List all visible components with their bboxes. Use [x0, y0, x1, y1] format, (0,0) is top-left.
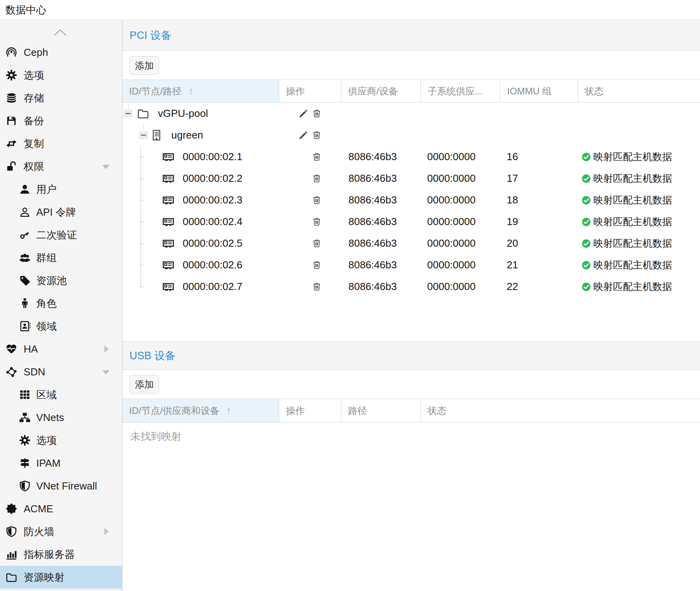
delete-trash-icon[interactable] — [312, 152, 322, 162]
usb-add-button[interactable]: 添加 — [130, 375, 159, 393]
sidebar-item-item[interactable]: 选项 — [0, 429, 122, 452]
sidebar-item-api[interactable]: API 令牌 — [0, 201, 122, 223]
sidebar-item-item[interactable]: 用户 — [0, 178, 122, 201]
tree-connector-elbow — [141, 286, 144, 287]
column-header-label: 子系统供应... — [428, 80, 483, 102]
check-circle-icon — [581, 174, 591, 183]
sidebar: Ceph选项存储备份复制权限用户API 令牌二次验证群组资源池角色领域HASDN… — [0, 20, 122, 591]
check-circle-icon — [581, 260, 591, 270]
sidebar-item-item[interactable]: 存储 — [0, 87, 122, 109]
sidebar-item-sdn[interactable]: SDN — [0, 360, 122, 383]
top-bar: 数据中心 — [0, 0, 700, 20]
delete-trash-icon[interactable] — [312, 130, 322, 140]
tree-node-label: 0000:00:02.6 — [183, 254, 243, 276]
vendor-device-cell: 8086:46b3 — [348, 189, 397, 211]
sidebar-item-ipam[interactable]: IPAM — [0, 452, 122, 475]
sidebar-item-item[interactable]: 区域 — [0, 383, 122, 406]
table-row-0000-00-02-7[interactable]: 0000:00:02.78086:46b30000:000022映射匹配主机数据 — [122, 276, 700, 297]
sidebar-item-item[interactable]: 复制 — [0, 132, 122, 155]
delete-trash-icon[interactable] — [312, 260, 322, 270]
sidebar-item-label: 资源池 — [36, 269, 67, 292]
sidebar-item-item[interactable]: 领域 — [0, 315, 122, 338]
tree-expander-collapse[interactable] — [139, 131, 148, 139]
sidebar-item-label: 用户 — [36, 178, 57, 201]
caret-down-icon[interactable] — [102, 165, 109, 169]
caret-right-icon[interactable] — [104, 528, 109, 535]
pci-add-button[interactable]: 添加 — [130, 56, 159, 75]
delete-trash-icon[interactable] — [312, 195, 322, 205]
delete-trash-icon[interactable] — [312, 217, 322, 227]
folder-icon — [6, 571, 17, 583]
sidebar-item-label: 资源映射 — [24, 566, 65, 589]
column-header-label: ID/节点/供应商和设备 ↑ — [129, 399, 231, 422]
sidebar-item-item[interactable]: 二次验证 — [0, 223, 122, 246]
signpost-icon — [19, 457, 31, 469]
column-header-item[interactable]: 路径 — [341, 399, 421, 422]
delete-trash-icon[interactable] — [312, 174, 322, 183]
sidebar-item-label: 角色 — [36, 292, 57, 315]
column-header-item[interactable]: 操作 — [279, 399, 341, 422]
sidebar-item-item[interactable]: 备份 — [0, 109, 122, 132]
delete-trash-icon[interactable] — [312, 109, 322, 118]
sidebar-item-vnets[interactable]: VNets — [0, 406, 122, 429]
bar-chart-icon — [6, 549, 17, 560]
column-header-item[interactable]: 子系统供应... — [421, 80, 500, 102]
key-icon — [19, 229, 31, 241]
subsystem-vendor-cell: 0000:0000 — [427, 168, 476, 189]
sidebar-item-item[interactable]: 指标服务器 — [0, 543, 122, 566]
sidebar-item-item[interactable]: 资源映射 — [0, 566, 122, 589]
table-row-0000-00-02-2[interactable]: 0000:00:02.28086:46b30000:000017映射匹配主机数据 — [122, 168, 700, 189]
column-header-item[interactable]: 状态 — [421, 399, 700, 422]
sidebar-item-acme[interactable]: ACME — [0, 497, 122, 520]
usb-panel-title: USB 设备 — [130, 342, 176, 370]
users-icon — [19, 252, 31, 264]
tree-connector-elbow — [141, 222, 144, 222]
shield-icon — [6, 526, 17, 537]
table-row-0000-00-02-3[interactable]: 0000:00:02.38086:46b30000:000018映射匹配主机数据 — [122, 189, 700, 211]
column-header-item[interactable]: 操作 — [279, 80, 341, 102]
edit-pencil-icon[interactable] — [298, 130, 308, 140]
sidebar-item-item[interactable]: 群组 — [0, 246, 122, 269]
pci-card-icon — [162, 172, 174, 185]
table-row-0000-00-02-5[interactable]: 0000:00:02.58086:46b30000:000020映射匹配主机数据 — [122, 233, 700, 254]
column-header-id[interactable]: ID/节点/路径 ↑ — [122, 80, 279, 102]
certificate-icon — [6, 503, 17, 515]
floppy-icon — [6, 115, 17, 127]
tree-expander-collapse[interactable] — [124, 109, 133, 118]
person-icon — [19, 297, 31, 309]
sidebar-item-label: 选项 — [24, 64, 44, 87]
table-row-0000-00-02-6[interactable]: 0000:00:02.68086:46b30000:000021映射匹配主机数据 — [122, 254, 700, 276]
sidebar-item-item[interactable]: 资源池 — [0, 269, 122, 292]
column-header-item[interactable]: 状态 — [578, 80, 700, 102]
sidebar-item-item[interactable]: 防火墙 — [0, 520, 122, 543]
check-circle-icon — [581, 196, 591, 205]
sidebar-item-vnet-firewall[interactable]: VNet Firewall — [0, 475, 122, 497]
sidebar-item-item[interactable]: 角色 — [0, 292, 122, 315]
sidebar-item-ha[interactable]: HA — [0, 338, 122, 360]
column-header-id[interactable]: ID/节点/供应商和设备 ↑ — [122, 399, 279, 422]
delete-trash-icon[interactable] — [312, 282, 322, 292]
table-row-0000-00-02-4[interactable]: 0000:00:02.48086:46b30000:000019映射匹配主机数据 — [122, 211, 700, 233]
sidebar-item-item[interactable]: 权限 — [0, 155, 122, 178]
tree-connector-elbow — [141, 243, 144, 244]
column-header-item[interactable]: 供应商/设备 — [341, 80, 421, 102]
pci-card-icon — [162, 194, 174, 206]
subsystem-vendor-cell: 0000:0000 — [427, 146, 476, 168]
column-header-iommu[interactable]: IOMMU 组 — [500, 80, 578, 102]
chevron-up-icon[interactable] — [54, 28, 67, 36]
pci-card-icon — [162, 281, 174, 293]
table-row-ugreen[interactable]: ugreen — [122, 124, 700, 146]
sidebar-item-item[interactable]: 选项 — [0, 64, 122, 87]
delete-trash-icon[interactable] — [312, 238, 322, 248]
building-icon — [150, 129, 163, 141]
vendor-device-cell: 8086:46b3 — [348, 168, 397, 189]
sidebar-item-ceph[interactable]: Ceph — [0, 41, 122, 64]
caret-right-icon[interactable] — [104, 345, 109, 353]
caret-down-icon[interactable] — [102, 370, 109, 375]
table-row-0000-00-02-1[interactable]: 0000:00:02.18086:46b30000:000016映射匹配主机数据 — [122, 146, 700, 168]
pci-panel-title: PCI 设备 — [130, 20, 172, 50]
subsystem-vendor-cell: 0000:0000 — [427, 233, 476, 254]
edit-pencil-icon[interactable] — [298, 109, 308, 118]
table-row-vgpu-pool[interactable]: vGPU-pool — [122, 103, 700, 124]
column-header-label: 供应商/设备 — [348, 80, 398, 102]
